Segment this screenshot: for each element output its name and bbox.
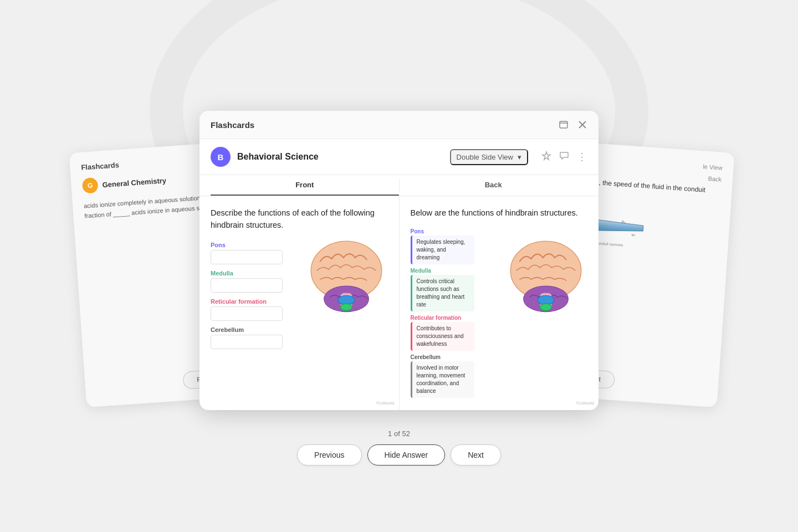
chevron-down-icon: ▾: [518, 153, 521, 161]
view-dropdown[interactable]: Double Side View ▾: [450, 149, 528, 165]
svg-point-13: [340, 304, 352, 311]
front-side: Describe the functions of each of the fo…: [200, 196, 399, 410]
back-title: Below are the functions of hindbrain str…: [411, 207, 588, 219]
main-card: Flashcards B: [200, 111, 598, 410]
cards-scene: Flashcards Double Si G General Chemistry…: [200, 111, 598, 421]
subject-avatar: B: [211, 147, 231, 167]
question-text: Describe the functions of each of the fo…: [211, 207, 388, 232]
more-icon[interactable]: ⋮: [577, 151, 587, 163]
view-label: Double Side View: [457, 153, 513, 161]
svg-text:A₂: A₂: [621, 219, 626, 224]
back-attribution: ©UWorld: [576, 401, 594, 406]
right-card-back-label: Back: [708, 175, 722, 183]
pons-answer-box: Regulates sleeping, waking, and dreaming: [411, 236, 474, 264]
brain-image-back: [499, 229, 593, 324]
cerebellum-answer-label: Cerebellum: [411, 354, 588, 360]
medulla-input[interactable]: [211, 278, 283, 293]
next-button[interactable]: Next: [451, 444, 501, 466]
brain-image-front: [299, 229, 393, 324]
comment-icon[interactable]: [559, 151, 569, 163]
cerebellum-answer-box: Involved in motor learning, movement coo…: [411, 361, 474, 398]
answer-cerebellum: Cerebellum Involved in motor learning, m…: [411, 354, 588, 398]
left-card-subject: General Chemistry: [102, 176, 166, 189]
reticular-answer-box: Contributes to consciousness and wakeful…: [411, 322, 474, 351]
card-header: B Behavioral Science Double Side View ▾ …: [200, 139, 598, 175]
window-icon[interactable]: [559, 120, 569, 130]
cerebellum-label: Cerebellum: [211, 326, 388, 333]
left-card-avatar: G: [82, 177, 99, 194]
hide-answer-button[interactable]: Hide Answer: [367, 444, 446, 466]
header-actions: ⋮: [541, 151, 587, 163]
card-title: Flashcards: [211, 120, 559, 130]
card-titlebar: Flashcards: [200, 111, 598, 139]
card-content: Describe the functions of each of the fo…: [200, 196, 598, 410]
pons-input[interactable]: [211, 250, 283, 264]
svg-point-18: [540, 304, 551, 311]
back-side: Below are the functions of hindbrain str…: [400, 196, 599, 410]
front-attribution: ©UWorld: [376, 401, 394, 406]
card-navigation: 1 of 52 Previous Hide Answer Next: [288, 429, 510, 466]
left-card-title: Flashcards: [81, 161, 120, 172]
field-cerebellum: Cerebellum: [211, 326, 388, 349]
close-icon[interactable]: [577, 120, 587, 130]
right-card-label: le View: [703, 163, 723, 171]
svg-rect-5: [560, 121, 567, 128]
star-icon[interactable]: [541, 151, 551, 163]
back-label: Back: [400, 175, 588, 196]
cerebellum-input[interactable]: [211, 335, 283, 349]
medulla-answer-box: Controls critical functions such as brea…: [411, 275, 474, 311]
previous-button[interactable]: Previous: [297, 444, 361, 466]
svg-text:Conduit narrows: Conduit narrows: [595, 241, 623, 247]
titlebar-icons: [559, 120, 587, 130]
nav-buttons: Previous Hide Answer Next: [297, 444, 501, 466]
page-counter: 1 of 52: [388, 429, 410, 438]
subject-name: Behavioral Science: [237, 152, 443, 162]
reticular-input[interactable]: [211, 306, 283, 321]
svg-text:v₂: v₂: [632, 233, 636, 237]
side-labels: Front Back: [200, 175, 598, 196]
front-label: Front: [211, 175, 399, 196]
